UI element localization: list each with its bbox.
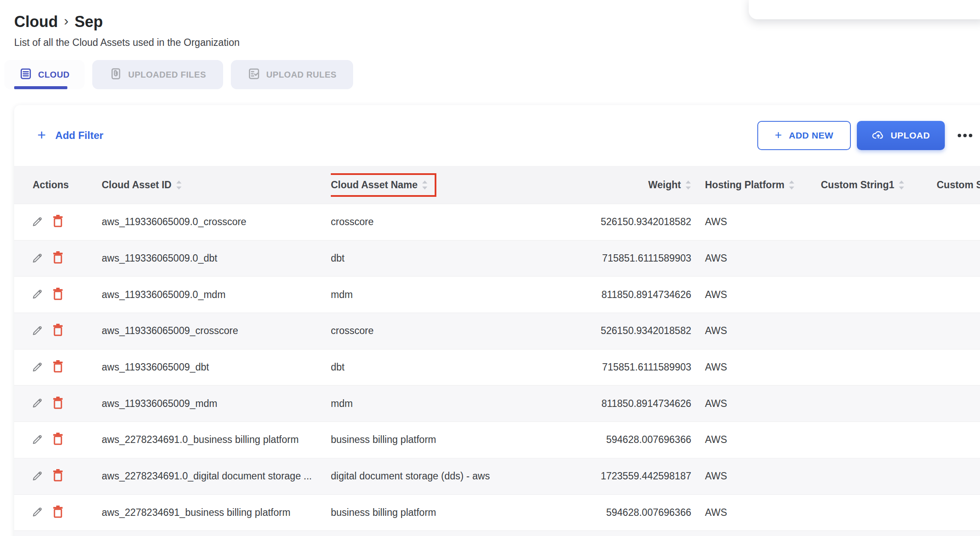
column-header-weight[interactable]: Weight (597, 179, 691, 191)
weight-cell: 811850.8914734626 (597, 289, 691, 301)
pencil-icon (32, 397, 43, 410)
hosting-platform-cell: AWS (691, 361, 807, 373)
delete-button[interactable] (52, 433, 64, 447)
pencil-icon (32, 288, 43, 301)
upload-label: UPLOAD (891, 130, 930, 141)
sort-icon (176, 180, 182, 190)
column-header-cloud-asset-id[interactable]: Cloud Asset ID (102, 179, 331, 191)
cloud-asset-name-cell: business billing platform (331, 434, 597, 446)
trash-icon (52, 469, 64, 483)
actions-cell (14, 215, 102, 229)
trash-icon (52, 288, 64, 302)
edit-button[interactable] (32, 325, 43, 337)
table-row: aws_2278234691_business billing platform… (14, 494, 980, 531)
edit-button[interactable] (32, 252, 43, 265)
table-row: aws_2278234691.0_digital document storag… (14, 458, 980, 494)
delete-button[interactable] (52, 397, 64, 411)
sort-icon (422, 180, 428, 190)
add-new-button[interactable]: + ADD NEW (757, 121, 851, 150)
pencil-icon (32, 361, 43, 374)
hosting-platform-cell: AWS (691, 325, 807, 337)
edit-button[interactable] (32, 434, 43, 446)
delete-button[interactable] (52, 506, 64, 520)
trash-icon (52, 251, 64, 265)
tab-cloud-label: CLOUD (38, 70, 70, 80)
hosting-platform-cell: AWS (691, 470, 807, 482)
cloud-asset-id-cell: aws_119336065009_dbt (102, 361, 331, 373)
pencil-icon (32, 470, 43, 483)
cloud-asset-name-cell: dbt (331, 253, 597, 264)
tab-cloud[interactable]: CLOUD (4, 60, 85, 89)
table-row: aws_119336065009.0_mdm mdm 811850.891473… (14, 276, 980, 313)
pencil-icon (32, 252, 43, 265)
edit-button[interactable] (32, 361, 43, 374)
table-row: aws_119336065009_mdm mdm 811850.89147346… (14, 385, 980, 422)
edit-button[interactable] (32, 397, 43, 410)
highlight-annotation-box: Cloud Asset Name (331, 173, 436, 197)
trash-icon (52, 324, 64, 338)
add-filter-button[interactable]: + Add Filter (37, 128, 103, 143)
delete-button[interactable] (52, 469, 64, 483)
weight-cell: 594628.007696366 (597, 434, 691, 446)
trash-icon (52, 215, 64, 229)
delete-button[interactable] (52, 360, 64, 374)
column-header-custom-string2[interactable]: Custom S (923, 179, 980, 191)
add-new-label: ADD NEW (789, 130, 834, 141)
page-header: Cloud › Sep List of all the Cloud Assets… (14, 13, 239, 48)
delete-button[interactable] (52, 215, 64, 229)
sort-icon (898, 180, 904, 190)
upload-button[interactable]: UPLOAD (857, 121, 945, 150)
actions-cell (14, 288, 102, 302)
delete-button[interactable] (52, 288, 64, 302)
trash-icon (52, 506, 64, 520)
edit-button[interactable] (32, 288, 43, 301)
page-subtitle: List of all the Cloud Assets used in the… (14, 37, 239, 48)
tab-uploaded-files[interactable]: UPLOADED FILES (92, 60, 223, 89)
breadcrumb-parent[interactable]: Cloud (14, 13, 58, 31)
plus-icon: + (37, 127, 46, 142)
actions-cell (14, 433, 102, 447)
table-row: aws_2278234691.0_business billing platfo… (14, 422, 980, 458)
sort-icon (789, 180, 795, 190)
column-header-custom-string1[interactable]: Custom String1 (807, 179, 923, 191)
sort-icon (685, 180, 691, 190)
edit-button[interactable] (32, 216, 43, 229)
column-header-cloud-asset-name[interactable]: Cloud Asset Name (331, 173, 597, 197)
edit-button[interactable] (32, 506, 43, 519)
ellipsis-icon (958, 134, 961, 137)
trash-icon (52, 433, 64, 447)
actions-cell (14, 506, 102, 520)
table-row: aws_119336065009.0_crosscore crosscore 5… (14, 204, 980, 240)
table-header: Actions Cloud Asset ID Cloud Asset Name … (14, 166, 980, 204)
tab-upload-rules[interactable]: UPLOAD RULES (231, 60, 353, 89)
edit-button[interactable] (32, 470, 43, 483)
cloud-asset-id-cell: aws_119336065009_crosscore (102, 325, 331, 337)
hosting-platform-cell: AWS (691, 289, 807, 301)
hosting-platform-cell: AWS (691, 507, 807, 518)
hosting-platform-cell: AWS (691, 216, 807, 228)
breadcrumb-current: Sep (75, 13, 103, 31)
page-title: Cloud › Sep (14, 13, 239, 31)
weight-cell: 1723559.442598187 (597, 470, 691, 482)
delete-button[interactable] (52, 251, 64, 265)
hosting-platform-cell: AWS (691, 398, 807, 410)
trash-icon (52, 397, 64, 411)
ellipsis-icon (963, 134, 967, 137)
cloud-asset-id-cell: aws_119336065009.0_dbt (102, 253, 331, 264)
column-header-hosting-platform[interactable]: Hosting Platform (691, 179, 807, 191)
more-options-button[interactable] (956, 129, 974, 142)
table-row: aws_119336065009.0_dbt dbt 715851.611158… (14, 240, 980, 277)
tab-uploaded-files-label: UPLOADED FILES (128, 70, 206, 80)
delete-button[interactable] (52, 324, 64, 338)
cloud-asset-id-cell: aws_119336065009_mdm (102, 398, 331, 410)
table-toolbar: + Add Filter + ADD NEW UPLOAD (14, 105, 980, 166)
pencil-icon (32, 325, 43, 337)
cloud-asset-name-cell: crosscore (331, 216, 597, 228)
cloud-asset-id-cell: aws_2278234691.0_digital document storag… (102, 470, 331, 482)
column-header-actions: Actions (14, 179, 102, 191)
actions-cell (14, 469, 102, 483)
actions-cell (14, 324, 102, 338)
weight-cell: 715851.6111589903 (597, 361, 691, 373)
cloud-asset-name-cell: digital document storage (dds) - aws (331, 470, 597, 482)
cloud-asset-name-cell: mdm (331, 398, 597, 410)
